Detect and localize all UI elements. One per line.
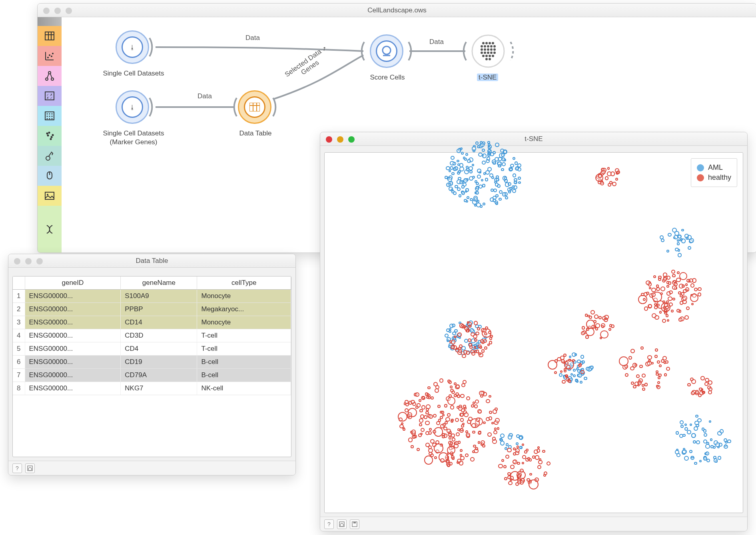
node-tsne[interactable]	[471, 34, 505, 68]
point-aml[interactable]	[472, 164, 474, 166]
point-aml[interactable]	[469, 176, 473, 181]
point-healthy[interactable]	[544, 471, 547, 475]
point-healthy[interactable]	[492, 437, 496, 441]
point-aml[interactable]	[519, 446, 522, 449]
point-healthy[interactable]	[535, 455, 540, 460]
point-healthy[interactable]	[427, 393, 429, 396]
point-healthy[interactable]	[489, 395, 491, 398]
point-aml[interactable]	[574, 353, 577, 356]
point-aml[interactable]	[475, 141, 479, 145]
point-aml[interactable]	[493, 199, 496, 202]
point-aml[interactable]	[512, 189, 516, 193]
point-healthy[interactable]	[451, 434, 455, 437]
point-healthy[interactable]	[563, 354, 567, 357]
point-aml[interactable]	[513, 185, 517, 189]
legend-item-healthy[interactable]: healthy	[697, 173, 731, 182]
point-healthy[interactable]	[666, 367, 670, 371]
point-healthy[interactable]	[507, 448, 511, 452]
point-healthy[interactable]	[419, 409, 423, 412]
point-aml[interactable]	[488, 143, 491, 146]
point-healthy[interactable]	[647, 355, 652, 360]
point-healthy[interactable]	[474, 350, 477, 353]
point-healthy[interactable]	[643, 298, 646, 301]
point-aml[interactable]	[505, 196, 508, 199]
point-healthy[interactable]	[399, 424, 403, 428]
point-healthy[interactable]	[568, 359, 571, 362]
point-healthy[interactable]	[591, 325, 596, 329]
node-single-cell-datasets[interactable]: ⭳	[116, 30, 149, 64]
table-row[interactable]: 2ENSG00000...PPBPMegakaryoc...	[13, 303, 291, 316]
point-healthy[interactable]	[681, 292, 684, 296]
point-healthy[interactable]	[447, 413, 450, 416]
traffic-minimize-icon[interactable]	[54, 8, 61, 14]
point-healthy[interactable]	[494, 428, 497, 430]
point-aml[interactable]	[500, 149, 504, 153]
point-healthy[interactable]	[585, 314, 588, 316]
point-aml[interactable]	[691, 433, 696, 438]
point-healthy[interactable]	[474, 346, 477, 349]
point-aml[interactable]	[684, 234, 689, 238]
dt-titlebar[interactable]: Data Table	[8, 254, 295, 268]
point-healthy[interactable]	[572, 359, 575, 362]
point-healthy[interactable]	[565, 374, 568, 377]
point-healthy[interactable]	[515, 448, 520, 453]
point-healthy[interactable]	[450, 405, 454, 409]
point-healthy[interactable]	[460, 394, 465, 398]
point-healthy[interactable]	[488, 331, 491, 334]
point-healthy[interactable]	[445, 421, 448, 424]
point-healthy[interactable]	[417, 448, 420, 451]
point-healthy[interactable]	[429, 428, 432, 431]
point-aml[interactable]	[690, 424, 692, 426]
point-aml[interactable]	[661, 239, 664, 242]
point-healthy[interactable]	[440, 458, 445, 463]
point-healthy[interactable]	[469, 343, 472, 346]
point-healthy[interactable]	[594, 314, 598, 319]
point-healthy[interactable]	[520, 469, 524, 473]
point-healthy[interactable]	[493, 409, 497, 414]
point-healthy[interactable]	[646, 280, 650, 285]
point-healthy[interactable]	[666, 300, 669, 304]
point-aml[interactable]	[469, 170, 473, 173]
point-healthy[interactable]	[468, 417, 473, 421]
table-row[interactable]: 7ENSG00000...CD79AB-cell	[13, 369, 291, 382]
point-healthy[interactable]	[630, 349, 635, 353]
point-healthy[interactable]	[473, 402, 475, 404]
point-aml[interactable]	[497, 184, 501, 188]
point-aml[interactable]	[508, 190, 511, 193]
point-healthy[interactable]	[537, 446, 540, 449]
traffic-lights[interactable]	[326, 136, 355, 143]
point-aml[interactable]	[696, 440, 700, 445]
point-healthy[interactable]	[659, 364, 662, 367]
point-aml[interactable]	[510, 164, 514, 167]
point-aml[interactable]	[695, 415, 698, 418]
point-aml[interactable]	[575, 379, 577, 382]
point-healthy[interactable]	[465, 453, 469, 457]
point-aml[interactable]	[501, 153, 505, 157]
point-healthy[interactable]	[487, 432, 492, 437]
point-healthy[interactable]	[471, 423, 476, 428]
point-aml[interactable]	[677, 239, 679, 242]
point-healthy[interactable]	[679, 272, 687, 280]
point-healthy[interactable]	[666, 314, 668, 317]
point-aml[interactable]	[699, 460, 702, 462]
point-healthy[interactable]	[634, 364, 637, 366]
point-healthy[interactable]	[678, 318, 682, 321]
point-healthy[interactable]	[433, 414, 437, 418]
point-healthy[interactable]	[477, 409, 482, 414]
point-healthy[interactable]	[672, 274, 676, 278]
point-healthy[interactable]	[631, 382, 634, 385]
point-healthy[interactable]	[489, 341, 492, 344]
point-aml[interactable]	[705, 451, 709, 455]
point-healthy[interactable]	[466, 396, 470, 400]
point-healthy[interactable]	[433, 382, 438, 386]
point-healthy[interactable]	[605, 318, 607, 320]
table-row[interactable]: 4ENSG00000...CD3DT-cell	[13, 329, 291, 342]
point-healthy[interactable]	[656, 287, 660, 291]
point-aml[interactable]	[467, 159, 471, 163]
point-healthy[interactable]	[495, 418, 500, 423]
point-healthy[interactable]	[454, 336, 457, 338]
point-aml[interactable]	[697, 418, 702, 423]
point-healthy[interactable]	[642, 388, 645, 391]
point-aml[interactable]	[674, 235, 678, 239]
point-aml[interactable]	[677, 242, 680, 245]
